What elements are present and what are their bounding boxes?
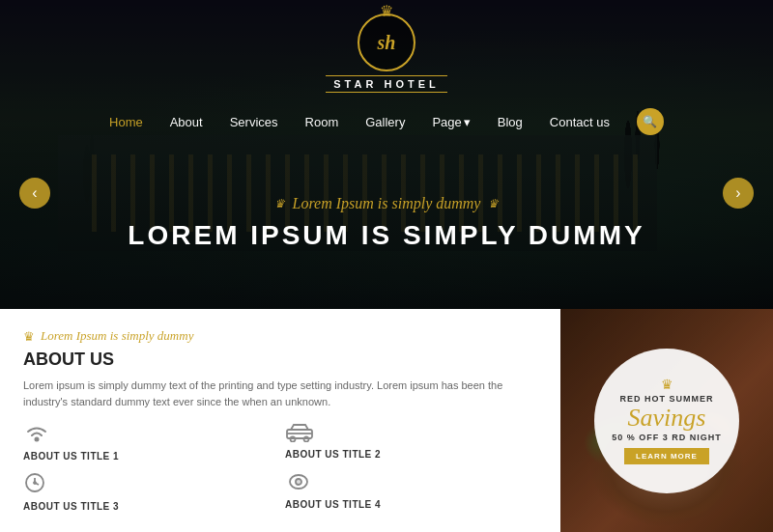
svg-point-3	[304, 437, 309, 442]
nav-gallery[interactable]: Gallery	[365, 115, 405, 129]
promo-offer: 50 % OFF 3 RD NIGHT	[612, 433, 722, 442]
promo-crown-icon: ♛	[661, 377, 673, 392]
crown-left-icon: ♛	[274, 197, 285, 211]
dropdown-arrow-icon: ▾	[464, 115, 471, 129]
about-item-3-title: ABOUT US TITLE 3	[23, 501, 119, 512]
search-button[interactable]: 🔍	[637, 108, 664, 135]
svg-point-0	[36, 438, 39, 441]
egg-icon	[285, 471, 312, 495]
nav-contact[interactable]: Contact us	[550, 115, 610, 129]
crown-right-icon: ♛	[488, 197, 499, 211]
about-item-4: ABOUT US TITLE 4	[285, 471, 537, 512]
promo-label: RED HOT SUMMER	[620, 394, 714, 404]
svg-point-2	[291, 437, 296, 442]
nav-services[interactable]: Services	[230, 115, 278, 129]
svg-point-10	[296, 479, 301, 485]
nav-links: Home About Services Room Gallery Page ▾ …	[0, 100, 773, 143]
brand-name: STAR HOTEL	[326, 75, 446, 93]
logo-area: ♛ sh STAR HOTEL	[0, 0, 773, 100]
nav-room[interactable]: Room	[305, 115, 339, 129]
bottom-section: ♛ Lorem Ipsum is simply dummy ABOUT US L…	[0, 309, 773, 532]
about-item-3: ABOUT US TITLE 3	[23, 471, 275, 512]
hero-title: LOREM IPSUM IS SIMPLY DUMMY	[0, 220, 773, 251]
about-item-2-title: ABOUT US TITLE 2	[285, 449, 381, 460]
hero-content: ♛ Lorem Ipsum is simply dummy ♛ LOREM IP…	[0, 195, 773, 251]
logo-circle: ♛ sh	[358, 14, 415, 71]
about-item-1: ABOUT US TITLE 1	[23, 423, 275, 462]
promo-circle: ♛ RED HOT SUMMER Savings 50 % OFF 3 RD N…	[594, 349, 739, 493]
about-item-4-title: ABOUT US TITLE 4	[285, 499, 381, 510]
about-item-1-title: ABOUT US TITLE 1	[23, 451, 119, 462]
navbar: ♛ sh STAR HOTEL Home About Services Room…	[0, 0, 773, 143]
search-icon: 🔍	[643, 115, 657, 128]
tag-text: Lorem Ipsum is simply dummy	[41, 328, 193, 344]
nav-page[interactable]: Page ▾	[432, 115, 470, 129]
car-icon	[285, 423, 314, 445]
promo-card: ♛ RED HOT SUMMER Savings 50 % OFF 3 RD N…	[560, 309, 773, 532]
promo-savings-text: Savings	[628, 406, 706, 431]
logo-crown-top: ♛	[380, 2, 393, 20]
chevron-right-icon: ›	[735, 184, 740, 202]
nav-home[interactable]: Home	[109, 115, 143, 129]
nav-blog[interactable]: Blog	[498, 115, 523, 129]
chevron-left-icon: ‹	[32, 184, 37, 202]
about-title: ABOUT US	[23, 350, 537, 370]
nav-about[interactable]: About	[170, 115, 203, 129]
slider-prev-button[interactable]: ‹	[19, 178, 50, 209]
section-tag: ♛ Lorem Ipsum is simply dummy	[23, 328, 537, 344]
logo-initials: sh	[378, 32, 396, 54]
about-description: Lorem ipsum is simply dummy text of the …	[23, 378, 537, 409]
tag-crown-icon: ♛	[23, 329, 35, 344]
slider-next-button[interactable]: ›	[723, 178, 754, 209]
hero-section: ♛ sh STAR HOTEL Home About Services Room…	[0, 0, 773, 309]
wifi-icon	[23, 423, 50, 447]
about-section: ♛ Lorem Ipsum is simply dummy ABOUT US L…	[0, 309, 560, 532]
hero-subtitle: ♛ Lorem Ipsum is simply dummy ♛	[0, 195, 773, 212]
clock-icon	[23, 471, 46, 497]
about-item-2: ABOUT US TITLE 2	[285, 423, 537, 462]
svg-point-8	[34, 482, 36, 484]
about-grid: ABOUT US TITLE 1 ABOUT US TITLE 2	[23, 423, 537, 512]
learn-more-button[interactable]: LEARN MORE	[624, 448, 709, 464]
